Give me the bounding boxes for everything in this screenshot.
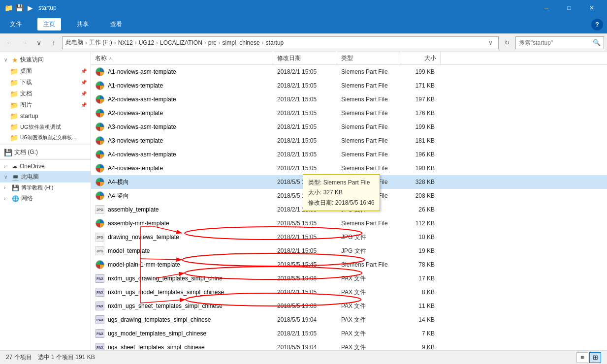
search-icon[interactable]: 🔍 bbox=[593, 39, 601, 46]
pin-icon: 📌 bbox=[81, 102, 87, 108]
col-header-name[interactable]: 名称 ∧ bbox=[91, 52, 273, 64]
search-input[interactable] bbox=[519, 39, 593, 46]
pax-icon: PAX bbox=[95, 301, 105, 311]
cell-filename: assembly-mm-template bbox=[91, 217, 273, 229]
col-header-type[interactable]: 类型 bbox=[337, 52, 401, 64]
tab-file[interactable]: 文件 bbox=[4, 18, 28, 30]
cell-filename: PAX ugs_drawing_templates_simpl_chinese bbox=[91, 314, 273, 326]
up-button[interactable]: ↑ bbox=[47, 36, 60, 49]
address-dropdown[interactable]: ∨ bbox=[485, 39, 495, 46]
sidebar-item-ug-custom[interactable]: 📁 UG制图添加自定义样板… bbox=[0, 132, 91, 143]
col-header-size[interactable]: 大小 bbox=[401, 52, 441, 64]
titlebar: 📁 💾 ▶ startup ─ □ ✕ bbox=[0, 0, 607, 16]
table-row[interactable]: PAX nxdm_ugs_sheet_templates_simpl_chine… bbox=[91, 299, 607, 313]
path-prc[interactable]: prc bbox=[208, 39, 217, 46]
tab-home[interactable]: 主页 bbox=[37, 18, 61, 30]
sidebar-item-startup[interactable]: 📁 startup bbox=[0, 111, 91, 121]
table-row[interactable]: JPG model_template 2018/2/1 15:05 JPG 文件… bbox=[91, 244, 607, 258]
table-row[interactable]: model-plain-1-mm-template 2018/5/5 15:45… bbox=[91, 258, 607, 272]
path-e[interactable]: 工作 (E:) bbox=[89, 38, 112, 47]
view-list-button[interactable]: ≡ bbox=[576, 352, 588, 363]
view-detail-button[interactable]: ⊞ bbox=[589, 352, 601, 363]
sidebar-item-pictures[interactable]: 📁 图片 📌 bbox=[0, 99, 91, 111]
sidebar-item-ug-install[interactable]: 📁 UG软件装机调试 bbox=[0, 121, 91, 132]
recents-button[interactable]: ∨ bbox=[32, 36, 45, 49]
close-button[interactable]: ✕ bbox=[580, 0, 603, 16]
path-ug12[interactable]: UG12 bbox=[139, 39, 154, 46]
table-row[interactable]: A2-noviews-asm-template 2018/2/1 15:05 S… bbox=[91, 92, 607, 106]
maximize-button[interactable]: □ bbox=[558, 0, 580, 16]
pin-icon: 📌 bbox=[81, 80, 87, 85]
address-path-box[interactable]: 此电脑 › 工作 (E:) › NX12 › UG12 › LOCALIZATI… bbox=[62, 36, 499, 49]
table-row[interactable]: A3-noviews-template 2018/2/1 15:05 Sieme… bbox=[91, 134, 607, 148]
chevron-down-icon: ∨ bbox=[4, 174, 10, 180]
sidebar-ug-install-label: UG软件装机调试 bbox=[20, 123, 61, 131]
help-button[interactable]: ? bbox=[591, 19, 603, 30]
table-row[interactable]: A2-noviews-template 2018/2/1 15:05 Sieme… bbox=[91, 106, 607, 120]
main-area: ∨ ★ 快速访问 📁 桌面 📌 📁 下载 📌 📁 文档 📌 📁 图 bbox=[0, 52, 607, 350]
cell-filename: A3-noviews-template bbox=[91, 135, 273, 147]
table-row[interactable]: PAX ugs_drawing_templates_simpl_chinese … bbox=[91, 313, 607, 327]
jpg-icon: JPG bbox=[95, 232, 105, 242]
forward-button[interactable]: → bbox=[18, 36, 31, 49]
view-controls: ≡ ⊞ bbox=[576, 352, 601, 363]
table-row[interactable]: PAX nxdm_ugs_model_templates_simpl_chine… bbox=[91, 285, 607, 299]
folder-icon: 📁 bbox=[10, 112, 18, 120]
table-row[interactable]: A1-noviews-asm-template 2018/2/1 15:05 S… bbox=[91, 65, 607, 79]
sidebar-thispc-header[interactable]: ∨ 💻 此电脑 bbox=[0, 171, 91, 182]
cell-size: 176 KB bbox=[401, 109, 441, 118]
back-button[interactable]: ← bbox=[3, 36, 16, 49]
filename-label: assembly_template bbox=[108, 206, 159, 213]
filename-label: drawing_noviews_template bbox=[108, 234, 179, 241]
table-row[interactable]: assembly-mm-template 2018/5/5 15:05 Siem… bbox=[91, 216, 607, 230]
tab-view[interactable]: 查看 bbox=[104, 18, 128, 30]
network-icon: 🌐 bbox=[12, 195, 19, 202]
filename-label: A2-noviews-template bbox=[108, 110, 163, 117]
sidebar-section-quickaccess: ∨ ★ 快速访问 📁 桌面 📌 📁 下载 📌 📁 文档 📌 📁 图 bbox=[0, 54, 91, 143]
cell-filename: PAX ugs_model_templates_simpl_chinese bbox=[91, 328, 273, 339]
cell-type: Siemens Part File bbox=[337, 136, 401, 145]
filename-label: A1-noviews-template bbox=[108, 82, 163, 89]
cell-filename: A1-noviews-template bbox=[91, 80, 273, 91]
sidebar-item-docs[interactable]: 📁 文档 📌 bbox=[0, 88, 91, 99]
path-localization[interactable]: LOCALIZATION bbox=[160, 39, 202, 46]
refresh-button[interactable]: ↻ bbox=[501, 36, 513, 49]
tooltip-date: 修改日期: 2018/5/5 16:46 bbox=[308, 198, 375, 208]
table-row[interactable]: PAX ugs_sheet_templates_simpl_chinese 20… bbox=[91, 340, 607, 350]
sidebar-onedrive-header[interactable]: › ☁ OneDrive bbox=[0, 161, 91, 171]
sidebar-item-gdrive[interactable]: 💾 文档 (G:) bbox=[0, 147, 91, 158]
minimize-button[interactable]: ─ bbox=[535, 0, 558, 16]
cell-type: Siemens Part File bbox=[337, 81, 401, 90]
sidebar-divider bbox=[0, 145, 91, 145]
table-row[interactable]: A3-noviews-asm-template 2018/2/1 15:05 S… bbox=[91, 120, 607, 134]
col-header-date[interactable]: 修改日期 bbox=[273, 52, 337, 64]
table-row[interactable]: A1-noviews-template 2018/2/1 15:05 Sieme… bbox=[91, 79, 607, 92]
path-startup[interactable]: startup bbox=[266, 39, 284, 46]
sidebar-item-network[interactable]: › 🌐 网络 bbox=[0, 193, 91, 204]
table-row[interactable]: A4-noviews-template 2018/2/1 15:05 Sieme… bbox=[91, 161, 607, 175]
sidebar-quickaccess-header[interactable]: ∨ ★ 快速访问 bbox=[0, 54, 91, 65]
folder-icon: 📁 bbox=[4, 3, 13, 12]
table-row[interactable]: PAX nxdm_ugs_drawing_templates_simpl_chi… bbox=[91, 272, 607, 285]
path-nx12[interactable]: NX12 bbox=[118, 39, 133, 46]
folder-icon: 📁 bbox=[10, 101, 18, 109]
sidebar-item-hdrive[interactable]: › 💾 博学教程 (H:) bbox=[0, 182, 91, 193]
table-row[interactable]: JPG drawing_noviews_template 2018/2/1 15… bbox=[91, 230, 607, 244]
sidebar-item-downloads[interactable]: 📁 下载 📌 bbox=[0, 77, 91, 88]
cell-date: 2018/2/1 15:05 bbox=[273, 122, 337, 131]
filename-label: A4-noviews-template bbox=[108, 165, 163, 172]
path-simpl-chinese[interactable]: simpl_chinese bbox=[223, 39, 260, 46]
table-row[interactable]: A4-noviews-asm-template 2018/2/1 15:05 S… bbox=[91, 148, 607, 161]
siemens-icon bbox=[95, 150, 105, 159]
table-row[interactable]: PAX ugs_model_templates_simpl_chinese 20… bbox=[91, 327, 607, 340]
path-thispc[interactable]: 此电脑 bbox=[65, 38, 83, 47]
sidebar-item-desktop[interactable]: 📁 桌面 📌 bbox=[0, 65, 91, 77]
search-box[interactable]: 🔍 bbox=[515, 36, 604, 49]
cell-type: Siemens Part File bbox=[337, 122, 401, 131]
cell-date: 2018/5/5 15:05 bbox=[273, 219, 337, 228]
cell-size: 328 KB bbox=[401, 178, 441, 186]
cell-date: 2018/2/1 15:05 bbox=[273, 233, 337, 242]
filename-label: nxdm_ugs_model_templates_simpl_chinese bbox=[108, 289, 224, 296]
filename-label: ugs_sheet_templates_simpl_chinese bbox=[108, 344, 205, 350]
tab-share[interactable]: 共享 bbox=[71, 18, 95, 30]
